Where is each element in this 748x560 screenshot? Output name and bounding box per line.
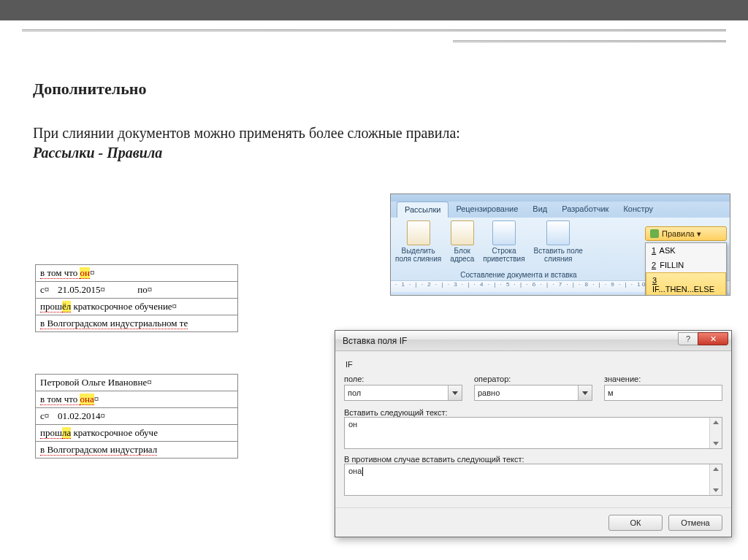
table-row: в том что он¤ [36,265,237,282]
then-label: Вставить следующий текст: [344,408,448,417]
table-row: Петровой Ольге Ивановне¤ [36,375,237,391]
document-icon [546,220,570,245]
slide-body: Дополнительно При слиянии документов мож… [0,47,748,161]
else-textarea[interactable]: она [344,464,722,496]
else-text: она [348,467,362,475]
field-value: пол [348,388,361,397]
scrollbar[interactable] [709,418,722,448]
close-button[interactable]: ✕ [698,332,728,345]
rules-dropdown-menu: 1 ASK 2 FILLIN 3 IF...THEN...ELSE 4 MERG… [645,242,727,296]
value-text: м [608,388,614,397]
highlighted-word: она [80,394,94,405]
text-fragment: с¤ [40,284,49,295]
word-ribbon: Рассылки Рецензирование Вид Разработчик … [390,193,730,296]
ribbon-body: Выделитьполя слияния Блокадреса Строкапр… [391,218,730,280]
slide-top-bar [0,0,748,20]
pilcrow: ¤ [94,394,99,404]
ribbon-group-caption: Составление документа и вставка [395,271,642,279]
value-label: значение: [604,375,722,383]
text-fragment: краткосрочное обуче [71,427,158,438]
recipient-name: Петровой Ольге Ивановне¤ [40,377,152,388]
highlighted-suffix: ла [62,427,71,439]
table-row: с¤ 21.05.2015¤ по¤ [36,282,237,299]
ribbon-label: Блокадреса [450,247,474,263]
text-fragment: прош [40,301,62,312]
doc-preview-1: в том что он¤ с¤ 21.05.2015¤ по¤ прошёл … [35,264,238,332]
highlighted-suffix: ёл [62,301,71,312]
insert-if-dialog: Вставка поля IF ? ✕ IF поле: пол операто… [335,330,732,537]
menu-item-if-then-else[interactable]: 3 IF...THEN...ELSE [646,272,726,296]
text-fragment: в том что [40,267,80,279]
ok-button[interactable]: ОК [608,515,663,531]
cancel-button[interactable]: Отмена [668,515,722,531]
dialog-footer: ОК Отмена [335,507,731,537]
ribbon-label: Строкаприветствия [483,247,524,263]
text-fragment: краткосрочное обучение¤ [71,301,177,312]
menu-item-fillin[interactable]: 2 FILLIN [646,258,726,272]
field-combobox[interactable]: пол [344,385,462,401]
document-icon [451,220,474,245]
dialog-titlebar[interactable]: Вставка поля IF ? ✕ [335,331,731,351]
table-row: прошла краткосрочное обуче [36,425,237,442]
tab-design[interactable]: Констру [616,202,660,218]
pilcrow: ¤ [90,267,95,278]
text-fragment: в том что [40,394,80,405]
document-icon [407,220,430,245]
text-fragment: прош [40,427,62,439]
date-value: 21.05.2015¤ [56,284,107,295]
table-row: в том что она¤ [36,391,237,408]
tab-view[interactable]: Вид [525,202,554,218]
help-button[interactable]: ? [678,332,698,345]
help-icon: ? [686,334,690,343]
chevron-down-icon [582,391,588,395]
text-cursor [362,467,363,476]
text-fragment: с¤ [40,410,49,421]
table-row: с¤ 01.02.2014¤ [36,408,237,425]
text-fragment: в Волгоградском индустриальном те [40,318,188,329]
decorative-divider-short [453,40,726,42]
tab-mailings[interactable]: Рассылки [397,202,449,218]
then-textarea[interactable]: он [344,417,722,449]
table-row: прошёл краткосрочное обучение¤ [36,299,237,315]
operator-value: равно [478,388,500,397]
slide-title: Дополнительно [33,80,719,99]
slide-emphasis: Рассылки - Правила [33,145,719,161]
document-icon [492,220,516,245]
scrollbar[interactable] [709,464,722,495]
table-row: в Волгоградском индустриал [36,442,237,458]
if-section-label: IF [346,360,722,369]
ribbon-tabs: Рассылки Рецензирование Вид Разработчик … [391,202,730,218]
chevron-down-icon [452,391,458,395]
rules-button-label: Правила ▾ [662,229,701,239]
then-text: он [348,420,357,429]
field-label: поле: [344,375,462,383]
slide-paragraph: При слиянии документов можно применять б… [33,125,719,142]
tab-developer[interactable]: Разработчик [554,202,616,218]
tab-review[interactable]: Рецензирование [449,202,525,218]
text-fragment: по¤ [137,284,152,295]
doc-preview-2: Петровой Ольге Ивановне¤ в том что она¤ … [35,374,238,459]
dialog-title: Вставка поля IF [343,336,407,346]
rules-dropdown-button[interactable]: Правила ▾ [645,226,727,241]
menu-item-ask[interactable]: 1 ASK [646,243,726,258]
ribbon-label: Вставить полеслияния [534,247,583,263]
date-value: 01.02.2014¤ [56,410,107,421]
operator-combobox[interactable]: равно [474,385,592,401]
highlighted-word: он [80,267,89,279]
ribbon-titlebar [391,194,730,202]
text-fragment: в Волгоградском индустриал [40,444,157,456]
decorative-divider [22,29,726,31]
operator-label: оператор: [474,375,592,383]
else-label: В противном случае вставить следующий те… [344,455,524,464]
value-input[interactable]: м [604,385,722,401]
table-row: в Волгоградском индустриальном те [36,315,237,331]
ribbon-label: Выделитьполя слияния [395,247,441,263]
close-icon: ✕ [710,334,717,344]
